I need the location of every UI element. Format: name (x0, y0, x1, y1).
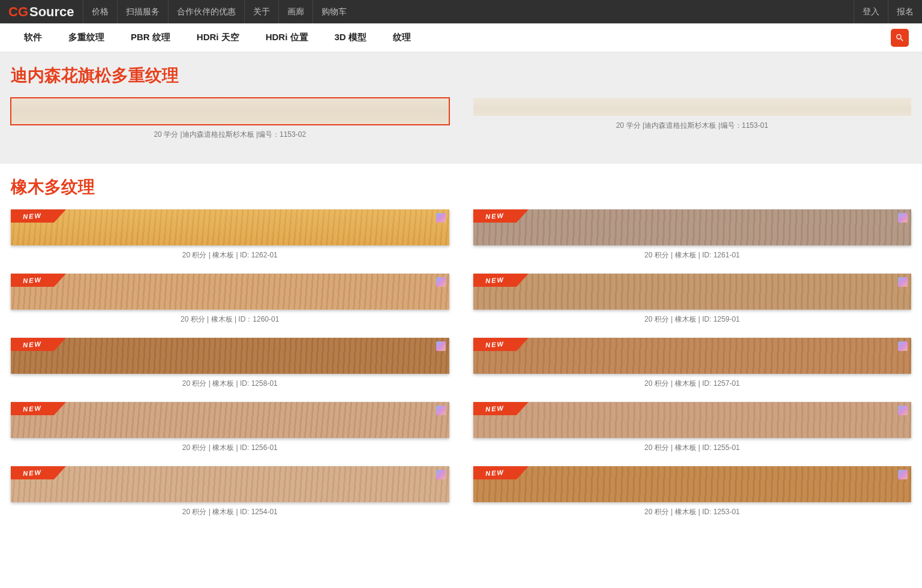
pbr-swatch-icon (436, 406, 446, 415)
product-card[interactable]: NEW20 积分 | 橡木板 | ID: 1258-01 (11, 338, 449, 389)
pbr-swatch-icon (898, 213, 908, 223)
pbr-swatch-icon (436, 341, 446, 351)
top-nav-item[interactable]: 扫描服务 (117, 0, 168, 23)
section-dinesen: 迪内森花旗松多重纹理 20 学分 |迪内森道格拉斯杉木板 |编号：1153-02… (0, 52, 922, 164)
product-card[interactable]: NEW20 积分 | 橡木板 | ID: 1261-01 (473, 209, 912, 260)
pbr-swatch-icon (436, 213, 446, 223)
product-caption: 20 学分 |迪内森道格拉斯杉木板 |编号：1153-02 (154, 130, 306, 140)
section-title: 橡木多纹理 (11, 176, 911, 199)
product-thumbnail[interactable]: NEW (11, 274, 449, 310)
product-card[interactable]: NEW20 积分 | 橡木板 | ID: 1256-01 (11, 402, 449, 453)
new-ribbon: NEW (473, 466, 516, 479)
product-caption: 20 积分 | 橡木板 | ID: 1261-01 (644, 250, 740, 260)
product-caption: 20 积分 | 橡木板 | ID: 1257-01 (644, 379, 740, 389)
product-caption: 20 积分 | 橡木板 | ID: 1259-01 (644, 314, 740, 325)
new-ribbon: NEW (11, 402, 54, 415)
top-nav-item[interactable]: 价格 (83, 0, 117, 23)
pbr-swatch-icon (436, 470, 446, 479)
top-nav-auth-item[interactable]: 登入 (854, 0, 888, 23)
product-thumbnail[interactable]: NEW (473, 466, 912, 502)
product-card[interactable]: NEW20 积分 | 橡木板 | ID: 1259-01 (473, 274, 912, 325)
product-caption: 20 积分 | 橡木板 | ID: 1253-01 (644, 507, 740, 517)
product-thumbnail[interactable] (473, 98, 912, 116)
product-card[interactable]: NEW20 积分 | 橡木板 | ID: 1262-01 (11, 209, 449, 260)
sub-nav-item[interactable]: 纹理 (380, 32, 424, 43)
top-nav-item[interactable]: 关于 (244, 0, 278, 23)
new-ribbon: NEW (473, 274, 516, 287)
product-thumbnail[interactable]: NEW (473, 338, 912, 374)
sub-nav-item[interactable]: HDRi 位置 (253, 32, 322, 43)
section-oak: 橡木多纹理 NEW20 积分 | 橡木板 | ID: 1262-01NEW20 … (0, 164, 922, 541)
top-nav-auth-item[interactable]: 报名 (888, 0, 922, 23)
top-nav-items: 价格扫描服务合作伙伴的优惠关于画廊购物车 (83, 0, 355, 23)
new-ribbon: NEW (11, 466, 54, 479)
product-card[interactable]: 20 学分 |迪内森道格拉斯杉木板 |编号：1153-01 (473, 98, 912, 140)
sub-nav-item[interactable]: 3D 模型 (322, 32, 380, 43)
new-ribbon: NEW (11, 209, 54, 223)
top-nav-right: 登入报名 (854, 0, 922, 23)
product-thumbnail[interactable]: NEW (473, 274, 912, 310)
product-thumbnail[interactable]: NEW (473, 402, 912, 438)
new-ribbon: NEW (473, 209, 516, 223)
top-nav-item[interactable]: 购物车 (313, 0, 355, 23)
product-card[interactable]: NEW20 积分 | 橡木板 | ID：1260-01 (11, 274, 449, 325)
product-thumbnail[interactable]: NEW (11, 209, 449, 245)
pbr-swatch-icon (898, 406, 908, 415)
product-caption: 20 学分 |迪内森道格拉斯杉木板 |编号：1153-01 (616, 121, 768, 131)
sub-nav-item[interactable]: PBR 纹理 (118, 32, 184, 43)
product-thumbnail[interactable]: NEW (473, 209, 912, 245)
top-nav-item[interactable]: 画廊 (278, 0, 313, 23)
pbr-swatch-icon (898, 277, 908, 287)
product-card[interactable]: NEW20 积分 | 橡木板 | ID: 1257-01 (473, 338, 912, 389)
product-thumbnail[interactable]: NEW (11, 402, 449, 438)
product-card[interactable]: NEW20 积分 | 橡木板 | ID: 1254-01 (11, 466, 449, 517)
spacer (355, 0, 854, 23)
product-thumbnail[interactable]: NEW (11, 466, 449, 502)
sub-nav-items: 软件多重纹理PBR 纹理HDRi 天空HDRi 位置3D 模型纹理 (11, 32, 424, 43)
sub-nav: 软件多重纹理PBR 纹理HDRi 天空HDRi 位置3D 模型纹理 (0, 23, 922, 52)
sub-nav-item[interactable]: 软件 (11, 32, 55, 43)
sub-nav-item[interactable]: HDRi 天空 (184, 32, 253, 43)
pbr-swatch-icon (436, 277, 446, 287)
logo[interactable]: CG Source (0, 0, 83, 23)
new-ribbon: NEW (11, 274, 54, 287)
top-nav: CG Source 价格扫描服务合作伙伴的优惠关于画廊购物车 登入报名 (0, 0, 922, 23)
pbr-swatch-icon (898, 341, 908, 351)
product-caption: 20 积分 | 橡木板 | ID: 1254-01 (182, 507, 278, 517)
product-grid: NEW20 积分 | 橡木板 | ID: 1262-01NEW20 积分 | 橡… (11, 209, 911, 517)
search-icon (895, 33, 905, 43)
top-nav-item[interactable]: 合作伙伴的优惠 (168, 0, 244, 23)
new-ribbon: NEW (473, 338, 516, 351)
new-ribbon: NEW (11, 338, 54, 351)
product-card[interactable]: NEW20 积分 | 橡木板 | ID: 1253-01 (473, 466, 912, 517)
product-caption: 20 积分 | 橡木板 | ID: 1262-01 (182, 250, 278, 260)
product-grid: 20 学分 |迪内森道格拉斯杉木板 |编号：1153-0220 学分 |迪内森道… (11, 98, 911, 140)
product-caption: 20 积分 | 橡木板 | ID：1260-01 (181, 314, 279, 325)
product-thumbnail[interactable] (11, 98, 449, 125)
product-thumbnail[interactable]: NEW (11, 338, 449, 374)
section-title: 迪内森花旗松多重纹理 (11, 64, 911, 87)
product-card[interactable]: 20 学分 |迪内森道格拉斯杉木板 |编号：1153-02 (11, 98, 449, 140)
new-ribbon: NEW (473, 402, 516, 415)
sub-nav-item[interactable]: 多重纹理 (55, 32, 118, 43)
product-caption: 20 积分 | 橡木板 | ID: 1255-01 (644, 443, 740, 453)
search-button[interactable] (891, 29, 909, 47)
product-caption: 20 积分 | 橡木板 | ID: 1256-01 (182, 443, 278, 453)
product-card[interactable]: NEW20 积分 | 橡木板 | ID: 1255-01 (473, 402, 912, 453)
pbr-swatch-icon (898, 470, 908, 479)
logo-source: Source (29, 4, 74, 20)
logo-cg: CG (8, 4, 28, 20)
product-caption: 20 积分 | 橡木板 | ID: 1258-01 (182, 379, 278, 389)
